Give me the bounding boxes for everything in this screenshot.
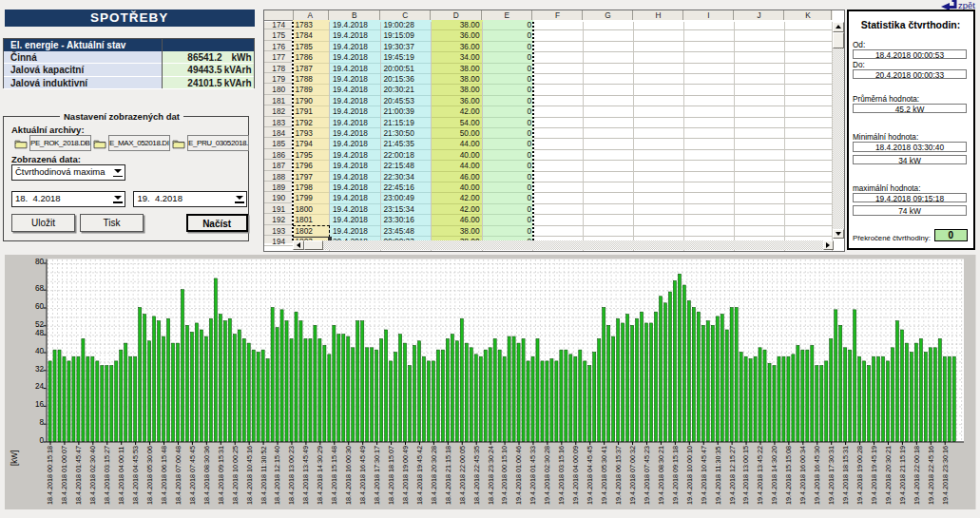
svg-text:19.4.2018 06:15:37: 19.4.2018 06:15:37 (614, 446, 623, 505)
svg-text:18.4.2018 17:30:17: 18.4.2018 17:30:17 (373, 446, 381, 505)
svg-text:18.4.2018 23:30:24: 18.4.2018 23:30:24 (487, 446, 495, 505)
svg-text:19.4.2018 20:30:21: 19.4.2018 20:30:21 (884, 446, 893, 505)
svg-text:19.4.2018 13:00:15: 19.4.2018 13:00:15 (741, 446, 750, 505)
svg-text:19.4.2018 11:30:35: 19.4.2018 11:30:35 (714, 446, 722, 504)
svg-text:[kW]: [kW] (10, 450, 19, 465)
svg-text:19.4.2018 17:30:31: 19.4.2018 17:30:31 (827, 446, 836, 505)
svg-text:19.4.2018 19:00:28: 19.4.2018 19:00:28 (855, 446, 864, 505)
svg-text:19.4.2018 03:15:16: 19.4.2018 03:15:16 (557, 446, 566, 505)
svg-text:18.4.2018 14:30:29: 18.4.2018 14:30:29 (316, 446, 324, 505)
svg-text:19.4.2018 21:15:19: 19.4.2018 21:15:19 (898, 446, 907, 505)
svg-text:19.4.2018 07:00:32: 19.4.2018 07:00:32 (628, 446, 637, 505)
svg-text:19.4.2018 16:45:30: 19.4.2018 16:45:30 (813, 446, 821, 505)
svg-text:24: 24 (35, 382, 45, 391)
svg-text:40: 40 (35, 346, 45, 355)
svg-text:18.4.2018 07:00:48: 18.4.2018 07:00:48 (174, 446, 183, 505)
svg-text:18.4.2018 06:15:48: 18.4.2018 06:15:48 (160, 446, 168, 505)
svg-text:18.4.2018 16:00:30: 18.4.2018 16:00:30 (344, 446, 353, 505)
svg-text:18.4.2018 21:15:18: 18.4.2018 21:15:18 (444, 446, 452, 505)
svg-text:0: 0 (39, 435, 44, 444)
svg-text:18.4.2018 22:45:35: 18.4.2018 22:45:35 (472, 446, 481, 505)
svg-text:18.4.2018 02:30:40: 18.4.2018 02:30:40 (88, 446, 97, 505)
svg-text:18.4.2018 10:45:16: 18.4.2018 10:45:16 (245, 446, 254, 505)
svg-text:19.4.2018 02:30:28: 19.4.2018 02:30:28 (543, 446, 551, 505)
svg-text:19.4.2018 05:30:41: 19.4.2018 05:30:41 (600, 446, 608, 505)
svg-text:18.4.2018 11:30:52: 18.4.2018 11:30:52 (259, 446, 268, 504)
svg-text:18.4.2018 19:45:42: 18.4.2018 19:45:42 (415, 446, 424, 505)
svg-text:18.4.2018 15:15:48: 18.4.2018 15:15:48 (330, 446, 338, 505)
svg-text:18.4.2018 04:45:53: 18.4.2018 04:45:53 (131, 446, 140, 505)
svg-text:18.4.2018 16:45:49: 18.4.2018 16:45:49 (358, 446, 367, 505)
svg-text:18.4.2018 12:15:40: 18.4.2018 12:15:40 (273, 446, 281, 505)
svg-text:19.4.2018 01:00:46: 19.4.2018 01:00:46 (514, 446, 523, 505)
svg-text:18.4.2018 13:00:23: 18.4.2018 13:00:23 (287, 446, 296, 505)
svg-text:32: 32 (35, 364, 45, 373)
svg-text:18.4.2018 18:15:07: 18.4.2018 18:15:07 (387, 446, 395, 505)
svg-text:19.4.2018 01:45:33: 19.4.2018 01:45:33 (528, 446, 537, 505)
svg-text:48: 48 (35, 328, 45, 336)
svg-text:8: 8 (39, 417, 44, 426)
svg-text:19.4.2018 08:30:21: 19.4.2018 08:30:21 (657, 446, 665, 505)
svg-text:60: 60 (35, 301, 45, 310)
svg-text:18.4.2018 03:15:27: 18.4.2018 03:15:27 (103, 446, 111, 505)
svg-text:19.4.2018 14:30:20: 19.4.2018 14:30:20 (770, 446, 778, 505)
svg-text:18.4.2018 10:00:25: 18.4.2018 10:00:25 (231, 446, 240, 505)
svg-text:19.4.2018 04:00:09: 19.4.2018 04:00:09 (571, 446, 580, 505)
svg-text:18.4.2018 04:00:11: 18.4.2018 04:00:11 (117, 446, 125, 504)
svg-text:18.4.2018 20:30:28: 18.4.2018 20:30:28 (430, 446, 438, 505)
svg-text:19.4.2018 09:15:18: 19.4.2018 09:15:18 (671, 446, 680, 505)
svg-text:19.4.2018 16:00:34: 19.4.2018 16:00:34 (798, 446, 807, 505)
svg-text:19.4.2018 04:45:45: 19.4.2018 04:45:45 (586, 446, 594, 505)
svg-text:18.4.2018 00:15:18: 18.4.2018 00:15:18 (46, 446, 54, 505)
svg-text:19.4.2018 22:45:16: 19.4.2018 22:45:16 (927, 446, 935, 505)
svg-text:19.4.2018 18:15:31: 19.4.2018 18:15:31 (841, 446, 850, 505)
svg-text:19.4.2018 19:45:19: 19.4.2018 19:45:19 (870, 446, 878, 505)
svg-text:18.4.2018 08:30:36: 18.4.2018 08:30:36 (202, 446, 211, 505)
svg-text:19.4.2018 23:30:16: 19.4.2018 23:30:16 (941, 446, 950, 505)
svg-text:19.4.2018 12:15:27: 19.4.2018 12:15:27 (728, 446, 737, 505)
svg-text:19.4.2018 10:45:47: 19.4.2018 10:45:47 (700, 446, 708, 505)
svg-text:19.4.2018 07:45:23: 19.4.2018 07:45:23 (643, 446, 651, 505)
svg-text:52: 52 (35, 319, 45, 328)
svg-text:19.4.2018 22:00:18: 19.4.2018 22:00:18 (913, 446, 921, 505)
svg-text:19.4.2018 00:15:10: 19.4.2018 00:15:10 (500, 446, 509, 505)
svg-text:18.4.2018 22:00:05: 18.4.2018 22:00:05 (458, 446, 467, 505)
svg-text:16: 16 (35, 400, 45, 409)
svg-text:19.4.2018 10:00:10: 19.4.2018 10:00:10 (685, 446, 694, 505)
svg-text:18.4.2018 19:00:49: 18.4.2018 19:00:49 (401, 446, 410, 505)
svg-text:18.4.2018 07:45:45: 18.4.2018 07:45:45 (188, 446, 197, 505)
svg-text:18.4.2018 01:45:47: 18.4.2018 01:45:47 (74, 446, 83, 505)
svg-text:18.4.2018 09:15:31: 18.4.2018 09:15:31 (217, 446, 225, 505)
svg-text:68: 68 (35, 283, 45, 292)
svg-text:18.4.2018 01:00:07: 18.4.2018 01:00:07 (60, 446, 68, 505)
svg-text:80: 80 (35, 257, 45, 265)
svg-text:19.4.2018 13:45:22: 19.4.2018 13:45:22 (756, 446, 764, 505)
svg-text:19.4.2018 15:15:08: 19.4.2018 15:15:08 (784, 446, 793, 505)
svg-text:18.4.2018 13:45:49: 18.4.2018 13:45:49 (301, 446, 310, 505)
svg-text:18.4.2018 05:30:06: 18.4.2018 05:30:06 (145, 446, 154, 505)
